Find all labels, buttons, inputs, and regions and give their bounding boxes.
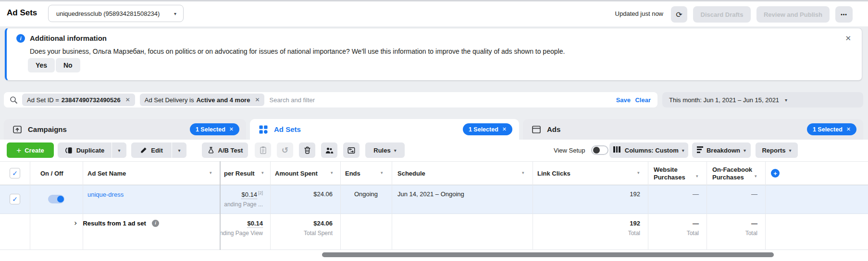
sort-icon[interactable]: ▾ — [637, 170, 640, 175]
header-schedule[interactable]: Schedule — [397, 170, 425, 178]
edit-button[interactable]: Edit — [131, 142, 172, 158]
badge-label: 1 Selected — [813, 126, 843, 133]
deselect-icon[interactable]: ✕ — [229, 126, 234, 132]
filter-chip-ad-set-id[interactable]: Ad Set ID = 23847490732490526 ✕ — [22, 94, 135, 106]
sort-icon[interactable]: ▾ — [381, 170, 383, 175]
tab-campaigns-label: Campaigns — [28, 125, 67, 133]
header-on-facebook-purchases[interactable]: On-Facebook Purchases — [712, 166, 755, 181]
ab-test-button[interactable]: A/B Test — [202, 142, 248, 158]
sort-icon[interactable]: ▾ — [696, 174, 698, 178]
delete-button[interactable] — [299, 142, 315, 158]
header-ad-set-name[interactable]: Ad Set Name — [87, 170, 126, 178]
view-setup-toggle[interactable] — [591, 145, 608, 155]
tab-ad-sets-label: Ad Sets — [274, 125, 301, 133]
badge-label: 1 Selected — [196, 126, 225, 133]
column-divider — [270, 161, 271, 250]
ad-sets-selected-badge[interactable]: 1 Selected ✕ — [463, 123, 512, 135]
ads-selected-badge[interactable]: 1 Selected ✕ — [807, 123, 856, 135]
edit-menu-button[interactable]: ▾ — [172, 142, 186, 158]
filter-chip-delivery[interactable]: Ad Set Delivery is Active and 4 more ✕ — [140, 94, 265, 106]
pencil-icon — [140, 146, 148, 154]
export-button[interactable] — [343, 142, 360, 158]
columns-button[interactable]: Columns: Custom ▾ — [609, 142, 688, 158]
header-ends[interactable]: Ends — [345, 170, 360, 178]
sort-icon[interactable]: ▾ — [522, 170, 524, 175]
website-purchases-cell: — — [648, 190, 699, 198]
summary-amount-spent-cell: $24.06 Total Spent — [270, 220, 333, 237]
more-options-button[interactable]: ••• — [835, 6, 853, 23]
ad-set-on-off-toggle[interactable] — [48, 195, 64, 203]
add-column-button[interactable]: + — [771, 169, 780, 178]
campaigns-folder-icon — [12, 125, 22, 134]
no-button[interactable]: No — [56, 58, 80, 72]
reports-button[interactable]: Reports ▾ — [756, 142, 798, 158]
tab-ads[interactable]: Ads 1 Selected ✕ — [523, 119, 863, 140]
account-selector[interactable]: uniquedressclub (958934281508234) ▾ — [48, 5, 184, 22]
deselect-icon[interactable]: ✕ — [502, 126, 507, 132]
row-checkbox[interactable]: ✓ — [10, 194, 20, 204]
ads-manager-app: Ad Sets uniquedressclub (958934281508234… — [0, 0, 868, 261]
rules-button[interactable]: Rules ▾ — [365, 142, 405, 158]
filter-chip-value: 23847490732490526 — [62, 96, 121, 104]
summary-cost-per-result-cell: $0.14 Landing Page View — [221, 220, 263, 237]
header-cost-per-result[interactable]: per Result — [224, 170, 255, 178]
refresh-button[interactable]: ⟳ — [671, 6, 687, 23]
header-on-off[interactable]: On / Off — [40, 170, 63, 178]
select-all-checkbox[interactable]: ✓ — [10, 168, 20, 178]
header-website-purchases[interactable]: Website Purchases — [654, 166, 693, 181]
sort-icon[interactable]: ▾ — [755, 174, 757, 178]
horizontal-scrollbar[interactable] — [322, 252, 774, 257]
campaigns-selected-badge[interactable]: 1 Selected ✕ — [190, 123, 239, 135]
close-icon[interactable]: ✕ — [845, 34, 851, 43]
chevron-down-icon: ▾ — [785, 97, 787, 103]
filter-chip-value: Active and 4 more — [196, 96, 250, 104]
summary-website-purchases-value: — — [693, 220, 699, 227]
remove-filter-icon[interactable]: ✕ — [255, 96, 260, 103]
rules-label: Rules — [373, 147, 390, 154]
chevron-down-icon: ▾ — [394, 148, 397, 153]
summary-label-group[interactable]: › Results from 1 ad set i — [74, 219, 159, 227]
filter-bar: Ad Set ID = 23847490732490526 ✕ Ad Set D… — [4, 92, 657, 107]
banner-title: Additional information — [30, 34, 107, 42]
header-amount-spent[interactable]: Amount Spent — [275, 170, 318, 178]
chevron-right-icon[interactable]: › — [74, 219, 77, 227]
ellipsis-icon: ••• — [841, 12, 847, 17]
breakdown-label: Breakdown — [707, 147, 740, 154]
header-link-clicks[interactable]: Link Clicks — [537, 170, 570, 178]
clear-filter-link[interactable]: Clear — [635, 96, 651, 104]
paste-button[interactable] — [255, 142, 271, 158]
summary-on-facebook-purchases-sub: Total — [707, 230, 757, 237]
page-title: Ad Sets — [7, 8, 37, 18]
ad-set-name-link[interactable]: unique-dress — [87, 191, 124, 198]
undo-button[interactable]: ↺ — [277, 142, 293, 158]
review-and-publish-button[interactable]: Review and Publish — [756, 6, 830, 23]
duplicate-menu-button[interactable]: ▾ — [112, 142, 126, 158]
table-row[interactable] — [0, 185, 868, 214]
duplicate-button[interactable]: Duplicate — [58, 142, 112, 158]
tab-campaigns[interactable]: Campaigns 1 Selected ✕ — [4, 119, 246, 140]
discard-drafts-button[interactable]: Discard Drafts — [693, 6, 751, 23]
flask-icon — [207, 146, 215, 154]
summary-label: Results from 1 ad set — [83, 220, 146, 227]
date-range-selector[interactable]: This month: Jun 1, 2021 – Jun 15, 2021 ▾ — [662, 92, 863, 107]
sort-icon[interactable]: ▾ — [210, 170, 212, 175]
info-icon: i — [16, 34, 25, 43]
deselect-icon[interactable]: ✕ — [846, 126, 851, 132]
save-filter-link[interactable]: Save — [616, 96, 631, 104]
date-range-label: This month: Jun 1, 2021 – Jun 15, 2021 — [669, 96, 779, 104]
column-divider — [765, 161, 766, 250]
column-divider — [648, 161, 648, 250]
breakdown-button[interactable]: Breakdown ▾ — [692, 142, 751, 158]
yes-button[interactable]: Yes — [28, 58, 55, 72]
sort-icon[interactable]: ▾ — [331, 170, 333, 175]
column-divider — [533, 161, 533, 250]
sort-icon[interactable]: ▾ — [261, 170, 264, 175]
remove-filter-icon[interactable]: ✕ — [125, 96, 130, 103]
create-button[interactable]: + Create — [7, 142, 54, 158]
audiences-button[interactable] — [321, 142, 337, 158]
summary-amount-spent-sub: Total Spent — [270, 230, 333, 237]
chevron-down-icon: ▾ — [789, 148, 792, 153]
search-input[interactable] — [269, 96, 657, 104]
tab-ad-sets[interactable]: Ad Sets 1 Selected ✕ — [250, 119, 519, 140]
columns-label: Columns: Custom — [625, 147, 679, 154]
